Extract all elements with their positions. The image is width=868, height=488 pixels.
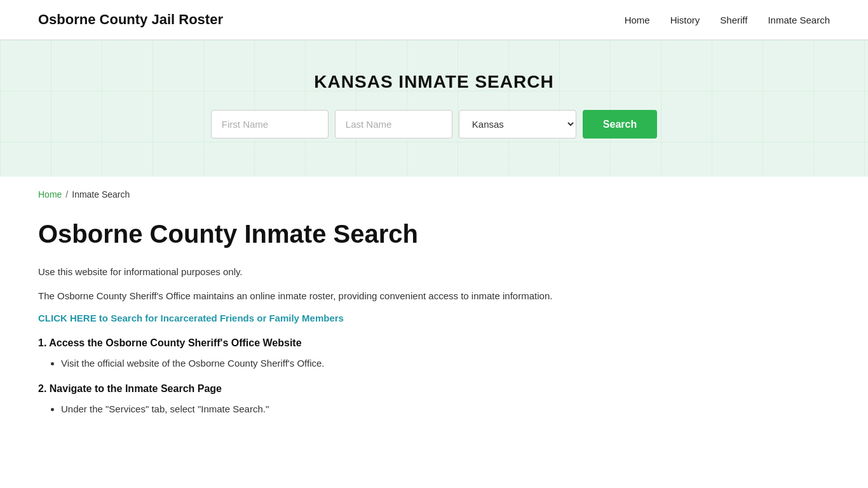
breadcrumb-section: Home / Inmate Search [0, 177, 868, 206]
page-title: Osborne County Inmate Search [38, 219, 661, 249]
section-1-list: Visit the official website of the Osborn… [61, 355, 661, 372]
state-select[interactable]: Kansas [459, 110, 576, 139]
hero-title: KANSAS INMATE SEARCH [13, 72, 855, 92]
breadcrumb-separator: / [65, 189, 68, 200]
breadcrumb-current: Inmate Search [72, 189, 130, 200]
click-here-link[interactable]: CLICK HERE to Search for Incarcerated Fr… [38, 313, 661, 323]
section-2-list: Under the "Services" tab, select "Inmate… [61, 401, 661, 417]
nav-inmate-search[interactable]: Inmate Search [768, 15, 830, 25]
nav-home[interactable]: Home [625, 15, 650, 25]
site-logo: Osborne County Jail Roster [38, 11, 223, 28]
first-name-input[interactable] [211, 110, 329, 139]
breadcrumb-home-link[interactable]: Home [38, 189, 62, 200]
intro-text-2: The Osborne County Sheriff's Office main… [38, 288, 661, 304]
nav-sheriff[interactable]: Sheriff [720, 15, 747, 25]
hero-section: KANSAS INMATE SEARCH Kansas Search [0, 40, 868, 177]
nav-history[interactable]: History [670, 15, 700, 25]
section-2-bullet-1: Under the "Services" tab, select "Inmate… [61, 401, 661, 417]
site-header: Osborne County Jail Roster Home History … [0, 0, 868, 40]
breadcrumb: Home / Inmate Search [38, 189, 830, 200]
section-1-bullet-1: Visit the official website of the Osborn… [61, 355, 661, 372]
section-1-heading: 1. Access the Osborne County Sheriff's O… [38, 337, 661, 349]
main-content: Osborne County Inmate Search Use this we… [0, 206, 699, 466]
site-nav: Home History Sheriff Inmate Search [625, 15, 830, 25]
last-name-input[interactable] [335, 110, 452, 139]
section-2-heading: 2. Navigate to the Inmate Search Page [38, 383, 661, 395]
search-button[interactable]: Search [583, 110, 657, 139]
intro-text-1: Use this website for informational purpo… [38, 264, 661, 280]
search-form: Kansas Search [13, 110, 855, 139]
